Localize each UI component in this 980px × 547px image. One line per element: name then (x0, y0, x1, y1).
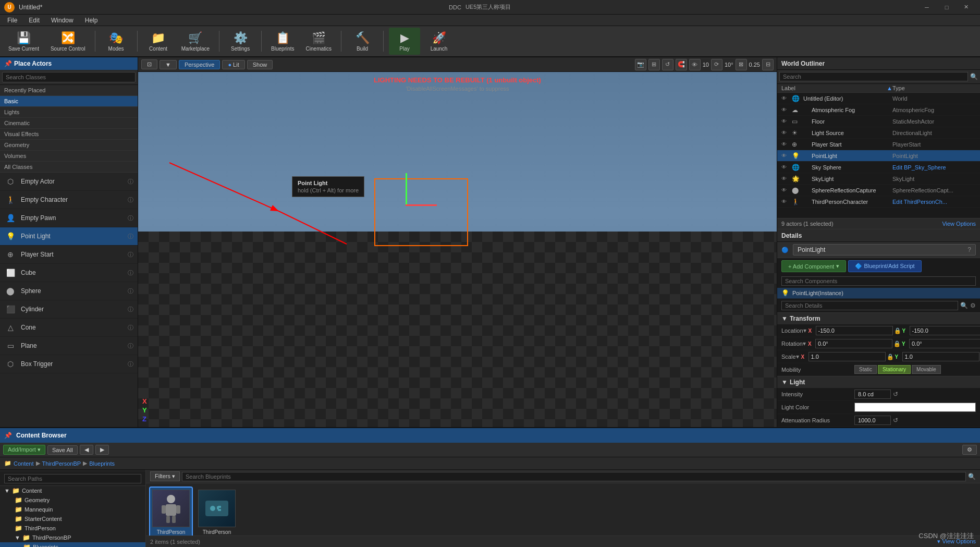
show-btn[interactable]: Show (247, 60, 273, 69)
lock-rx-icon[interactable]: 🔒 (893, 341, 901, 347)
outliner-item-skysphere[interactable]: 👁 🌐 Sky Sphere Edit BP_Sky_Sphere (777, 162, 980, 173)
marketplace-button[interactable]: 🛒 Marketplace (177, 28, 214, 55)
intensity-input[interactable] (854, 390, 891, 399)
tree-mannequin[interactable]: 📁 Mannequin (0, 505, 145, 514)
box-trigger-item[interactable]: ⬡ Box Trigger ⓘ (0, 355, 138, 373)
tree-thirdperson[interactable]: 📁 ThirdPerson (0, 524, 145, 533)
viewport-expand-btn[interactable]: ⊡ (141, 59, 157, 69)
rotation-x-input[interactable] (815, 339, 892, 348)
empty-pawn-item[interactable]: 👤 Empty Pawn ⓘ (0, 209, 138, 227)
save-all-button[interactable]: Save All (47, 445, 78, 455)
actor-name-dropdown[interactable]: PointLight ? (793, 244, 976, 256)
blueprint-add-script-button[interactable]: 🔷 Blueprint/Add Script (848, 260, 921, 272)
basic-section[interactable]: Basic (0, 96, 138, 107)
cube-item[interactable]: ⬜ Cube ⓘ (0, 264, 138, 282)
tree-startercontent[interactable]: 📁 StarterContent (0, 514, 145, 524)
viewport-mode-btn[interactable]: ▼ (160, 60, 177, 69)
outliner-search-input[interactable] (779, 72, 968, 81)
angle-icon-btn[interactable]: ⟳ (711, 59, 722, 70)
cb-settings-btn[interactable]: ⚙ (962, 445, 977, 455)
attenuation-input[interactable] (854, 416, 891, 425)
view-options-btn[interactable]: ⊟ (762, 59, 774, 70)
menu-window[interactable]: Window (46, 16, 79, 25)
grid-icon-btn[interactable]: ⊞ (648, 59, 660, 70)
thirdperson-gamemode-asset[interactable]: ThirdPersonGameMode (196, 488, 238, 536)
component-instance-item[interactable]: 💡 PointLight(Instance) (777, 288, 980, 299)
rotate-icon-btn[interactable]: ↺ (662, 59, 673, 70)
content-button[interactable]: 📁 Content (143, 28, 174, 55)
recently-placed-section[interactable]: Recently Placed (0, 85, 138, 96)
location-y-input[interactable] (910, 326, 980, 335)
viewport-content[interactable]: LIGHTING NEEDS TO BE REBUILT (1 unbuilt … (138, 72, 777, 427)
play-button[interactable]: ▶ Play (389, 28, 420, 55)
actor-color-dot[interactable]: 🔵 (781, 247, 789, 253)
camera-icon-btn[interactable]: 📷 (635, 59, 646, 70)
stationary-mobility-btn[interactable]: Stationary (878, 365, 911, 374)
search-classes-input[interactable] (2, 72, 136, 82)
path-blueprints[interactable]: Blueprints (89, 460, 115, 467)
add-import-button[interactable]: Add/Import ▾ (3, 445, 45, 455)
outliner-item-fog[interactable]: 👁 ☁ Atmospheric Fog AtmosphericFog (777, 104, 980, 116)
light-color-swatch[interactable] (854, 403, 976, 412)
outliner-item-lightsource[interactable]: 👁 ☀ Light Source DirectionalLight (777, 127, 980, 139)
point-light-item[interactable]: 💡 Point Light ⓘ (0, 227, 138, 246)
blueprints-button[interactable]: 📋 Blueprints (267, 28, 298, 55)
scale-y-input[interactable] (902, 352, 979, 361)
outliner-item-playerstart[interactable]: 👁 ⊕ Player Start PlayerStart (777, 139, 980, 150)
tree-content[interactable]: ▼ 📁 Content (0, 486, 145, 495)
empty-character-item[interactable]: 🚶 Empty Character ⓘ (0, 191, 138, 209)
filters-button[interactable]: Filters ▾ (150, 471, 180, 481)
source-control-button[interactable]: 🔀 Source Control (46, 28, 90, 55)
player-start-item[interactable]: ⊕ Player Start ⓘ (0, 246, 138, 264)
movable-mobility-btn[interactable]: Movable (912, 365, 941, 374)
modes-button[interactable]: 🎭 Modes (101, 28, 132, 55)
volumes-section[interactable]: Volumes (0, 151, 138, 162)
search-details-input[interactable] (781, 301, 958, 310)
snap-icon-btn[interactable]: 🧲 (676, 59, 687, 70)
cylinder-item[interactable]: ⬛ Cylinder ⓘ (0, 300, 138, 319)
perspective-btn[interactable]: Perspective (179, 60, 220, 69)
save-current-button[interactable]: 💾 Save Current (4, 28, 43, 55)
search-components-input[interactable] (781, 276, 976, 286)
menu-edit[interactable]: Edit (23, 16, 45, 25)
tree-thirdpersonbp[interactable]: ▼ 📁 ThirdPersonBP (0, 533, 145, 542)
intensity-reset-icon[interactable]: ↺ (893, 391, 898, 398)
scale-x-input[interactable] (808, 352, 886, 361)
visual-effects-section[interactable]: Visual Effects (0, 129, 138, 140)
forward-button[interactable]: ▶ (95, 445, 109, 455)
cinematic-section[interactable]: Cinematic (0, 118, 138, 129)
geometry-section[interactable]: Geometry (0, 140, 138, 151)
asset-search-input[interactable] (182, 472, 966, 481)
outliner-item-pointlight[interactable]: 👁 💡 PointLight PointLight (777, 150, 980, 162)
lock-sx-icon[interactable]: 🔒 (887, 354, 894, 360)
outliner-item-world[interactable]: 👁 🌐 Untitled (Editor) World (777, 93, 980, 104)
outliner-item-floor[interactable]: 👁 ▭ Floor StaticMeshActor (777, 116, 980, 127)
path-thirdpersonbp[interactable]: ThirdPersonBP (42, 460, 81, 467)
tree-blueprints[interactable]: 📁 Blueprints (0, 542, 145, 547)
outliner-item-spherecap[interactable]: 👁 ⬤ SphereReflectionCapture SphereReflec… (777, 185, 980, 196)
lock-x-icon[interactable]: 🔒 (894, 327, 901, 334)
fov-icon-btn[interactable]: 👁 (689, 59, 701, 70)
label-column-header[interactable]: Label (781, 85, 887, 91)
menu-help[interactable]: Help (80, 16, 103, 25)
location-x-input[interactable] (816, 326, 893, 335)
tree-geometry[interactable]: 📁 Geometry (0, 495, 145, 505)
back-button[interactable]: ◀ (80, 445, 93, 455)
view-options-btn[interactable]: View Options (942, 221, 976, 227)
view-options-link[interactable]: ▾ View Options (937, 538, 976, 545)
type-column-header[interactable]: Type (892, 85, 976, 91)
cone-item[interactable]: △ Cone ⓘ (0, 319, 138, 337)
attenuation-reset-icon[interactable]: ↺ (893, 417, 898, 424)
rotation-y-input[interactable] (909, 339, 980, 348)
outliner-item-skylight[interactable]: 👁 🌟 SkyLight SkyLight (777, 173, 980, 185)
path-content[interactable]: Content (14, 460, 34, 467)
empty-actor-item[interactable]: ⬡ Empty Actor ⓘ (0, 173, 138, 191)
light-section-header[interactable]: ▼ Light (777, 376, 980, 388)
search-paths-input[interactable] (4, 474, 141, 483)
menu-file[interactable]: File (2, 16, 22, 25)
thirdperson-character-asset[interactable]: ThirdPersonCharacter (150, 488, 192, 536)
add-component-button[interactable]: + Add Component ▾ (781, 260, 846, 272)
viewport[interactable]: ⊡ ▼ Perspective ● Lit Show 📷 ⊞ ↺ 🧲 👁 10 … (138, 57, 777, 427)
lit-btn[interactable]: ● Lit (222, 60, 244, 69)
all-classes-section[interactable]: All Classes (0, 162, 138, 173)
